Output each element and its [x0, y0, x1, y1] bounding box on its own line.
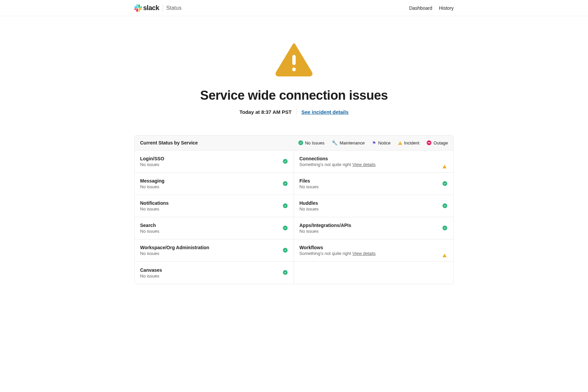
service-status-text: No issues — [140, 251, 209, 256]
ok-icon — [283, 270, 288, 275]
service-status-text: No issues — [299, 206, 319, 211]
legend-no-issues: No Issues — [298, 140, 325, 145]
service-status-text: No issues — [140, 184, 164, 189]
legend-outage: Outage — [427, 140, 448, 145]
service-status-text: Something's not quite right View details — [299, 251, 375, 256]
logo-section: slack Status — [134, 4, 182, 12]
header: slack Status Dashboard History — [0, 0, 588, 16]
service-name: Files — [299, 178, 319, 184]
service-cell: MessagingNo issues — [135, 173, 294, 195]
table-title: Current Status by Service — [140, 140, 198, 145]
wrench-icon: 🔧 — [332, 140, 337, 145]
legend-incident: Incident — [398, 140, 420, 145]
service-cell: Login/SSONo issues — [135, 151, 294, 173]
incident-icon — [398, 141, 402, 145]
table-header: Current Status by Service No Issues 🔧 Ma… — [135, 135, 453, 151]
service-name: Workspace/Org Administration — [140, 245, 209, 250]
brand-name: slack — [143, 4, 159, 12]
status-table: Current Status by Service No Issues 🔧 Ma… — [134, 135, 454, 284]
service-status-text: No issues — [140, 229, 159, 234]
ok-icon — [283, 248, 288, 253]
hero: Service wide connection issues Today at … — [0, 16, 588, 135]
service-cell: SearchNo issues — [135, 217, 294, 239]
service-name: Huddles — [299, 200, 319, 206]
slack-logo[interactable]: slack — [134, 4, 159, 12]
ok-icon — [298, 140, 303, 145]
service-name: Apps/Integrations/APIs — [299, 223, 351, 228]
view-details-link[interactable]: View details — [352, 162, 375, 167]
service-status-text: No issues — [140, 162, 164, 167]
slack-icon — [134, 4, 142, 12]
ok-icon — [443, 203, 448, 209]
service-name: Workflows — [299, 245, 375, 250]
incident-icon — [443, 159, 448, 164]
svg-rect-0 — [292, 55, 296, 65]
flag-icon: ⚑ — [372, 140, 376, 145]
service-name: Login/SSO — [140, 156, 164, 161]
svg-point-1 — [292, 68, 296, 71]
service-name: Canvases — [140, 267, 162, 273]
service-status-text: No issues — [299, 184, 319, 189]
service-grid: Login/SSONo issuesConnectionsSomething's… — [135, 151, 453, 284]
service-status-text: No issues — [299, 229, 351, 234]
service-status-text: No issues — [140, 206, 169, 211]
legend-label: No Issues — [305, 140, 325, 145]
nav-history[interactable]: History — [439, 5, 454, 11]
service-cell: NotificationsNo issues — [135, 195, 294, 217]
legend: No Issues 🔧 Maintenance ⚑ Notice Inciden… — [298, 140, 448, 145]
nav-dashboard[interactable]: Dashboard — [409, 5, 432, 11]
ok-icon — [283, 181, 288, 187]
hero-time: Today at 8:37 AM PST — [239, 109, 292, 115]
service-cell: CanvasesNo issues — [135, 262, 294, 284]
service-cell: HuddlesNo issues — [294, 195, 453, 217]
top-nav: Dashboard History — [409, 5, 454, 11]
legend-label: Maintenance — [339, 140, 364, 145]
service-status-text: Something's not quite right View details — [299, 162, 375, 167]
service-name: Search — [140, 223, 159, 228]
service-cell: FilesNo issues — [294, 173, 453, 195]
service-status-text: No issues — [140, 273, 162, 279]
incident-icon — [443, 248, 448, 253]
service-name: Notifications — [140, 200, 169, 206]
service-name: Connections — [299, 156, 375, 161]
ok-icon — [443, 181, 448, 187]
outage-icon — [427, 140, 431, 145]
view-details-link[interactable]: View details — [352, 251, 375, 256]
warning-icon — [275, 43, 313, 77]
ok-icon — [283, 159, 288, 164]
ok-icon — [283, 203, 288, 209]
divider — [163, 4, 163, 12]
legend-label: Incident — [404, 140, 420, 145]
incident-details-link[interactable]: See incident details — [301, 109, 349, 115]
service-cell: ConnectionsSomething's not quite right V… — [294, 151, 453, 173]
divider — [296, 109, 297, 115]
hero-title: Service wide connection issues — [0, 88, 588, 103]
service-cell: Apps/Integrations/APIsNo issues — [294, 217, 453, 239]
service-cell: Workspace/Org AdministrationNo issues — [135, 239, 294, 262]
legend-label: Notice — [378, 140, 391, 145]
ok-icon — [283, 226, 288, 231]
ok-icon — [443, 226, 448, 231]
section-title: Status — [166, 5, 182, 11]
service-cell: WorkflowsSomething's not quite right Vie… — [294, 239, 453, 262]
legend-notice: ⚑ Notice — [372, 140, 391, 145]
legend-label: Outage — [433, 140, 448, 145]
service-name: Messaging — [140, 178, 164, 184]
legend-maintenance: 🔧 Maintenance — [332, 140, 364, 145]
